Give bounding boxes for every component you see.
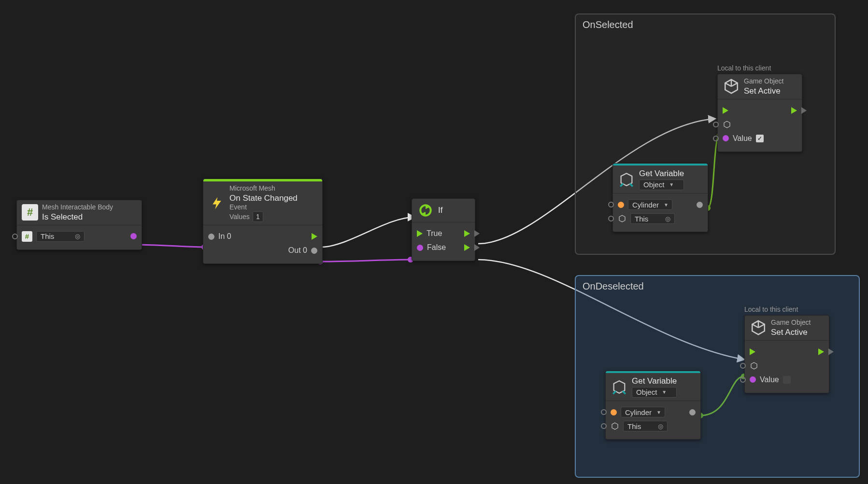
value-port[interactable] xyxy=(740,377,746,383)
input-port[interactable] xyxy=(12,234,18,239)
values-field[interactable]: 1 xyxy=(253,211,263,222)
node-subtitle: Game Object xyxy=(744,77,783,86)
exec-in-arrow-icon[interactable] xyxy=(750,348,755,355)
node-subtitle: Mesh Interactable Body xyxy=(42,203,113,212)
variable-icon xyxy=(611,378,628,396)
value-out-port[interactable] xyxy=(689,409,696,415)
node-category: Microsoft Mesh xyxy=(229,184,298,193)
name-port[interactable] xyxy=(601,409,607,415)
exec-connector-icon[interactable] xyxy=(828,348,834,355)
target-port[interactable] xyxy=(608,216,614,221)
out-port[interactable] xyxy=(311,248,317,254)
value-type-port xyxy=(723,135,729,141)
node-title: Get Variable xyxy=(639,168,684,179)
node-subtitle: Game Object xyxy=(771,318,811,327)
target-field[interactable]: This◎ xyxy=(623,421,668,431)
out-label: Out 0 xyxy=(288,246,307,255)
node-title: Get Variable xyxy=(632,376,677,386)
gameobject-port[interactable] xyxy=(740,363,746,369)
value-port[interactable] xyxy=(713,136,719,141)
variable-name-dropdown[interactable]: Cylinder▼ xyxy=(628,199,672,210)
node-title: Set Active xyxy=(744,86,783,96)
exec-connector-icon[interactable] xyxy=(474,244,480,251)
values-label: Values xyxy=(229,213,250,221)
in-label: In 0 xyxy=(218,232,231,241)
cube-icon xyxy=(723,78,740,95)
name-type-port xyxy=(611,409,617,415)
hash-icon: # xyxy=(22,231,32,242)
node-on-state-changed[interactable]: Microsoft Mesh On State Changed Event Va… xyxy=(203,179,323,264)
target-field[interactable]: This ◎ xyxy=(36,231,85,242)
exec-connector-icon[interactable] xyxy=(474,230,480,237)
value-checkbox[interactable] xyxy=(783,376,791,384)
exec-out-arrow-icon[interactable] xyxy=(312,233,317,240)
exec-connector-icon[interactable] xyxy=(801,107,807,114)
exec-out-arrow-icon[interactable] xyxy=(818,348,824,355)
false-label: False xyxy=(427,243,446,252)
exec-in-arrow-icon[interactable] xyxy=(723,107,728,114)
cube-icon xyxy=(750,319,767,336)
event-label: Event xyxy=(229,203,298,212)
scope-dropdown[interactable]: Object▼ xyxy=(639,180,684,190)
variable-icon xyxy=(618,171,635,188)
variable-name-dropdown[interactable]: Cylinder▼ xyxy=(621,407,665,417)
node-title: Set Active xyxy=(771,327,811,337)
node-title: If xyxy=(438,205,442,215)
gameobject-port[interactable] xyxy=(713,122,719,127)
false-out-arrow-icon[interactable] xyxy=(464,244,470,251)
value-out-port[interactable] xyxy=(697,202,703,208)
hash-icon: # xyxy=(22,204,38,221)
cube-icon xyxy=(618,214,626,223)
in-port[interactable] xyxy=(208,234,214,240)
lightning-icon xyxy=(208,194,226,212)
target-field[interactable]: This◎ xyxy=(630,213,675,224)
scope-dropdown[interactable]: Object▼ xyxy=(632,387,677,398)
local-label: Local to this client xyxy=(717,64,802,72)
target-port[interactable] xyxy=(601,423,607,429)
true-out-arrow-icon[interactable] xyxy=(464,230,470,237)
value-label: Value xyxy=(733,134,752,143)
node-set-active[interactable]: Game Object Set Active Value ✓ xyxy=(717,74,802,152)
cube-icon xyxy=(723,120,731,129)
group-title: OnDeselected xyxy=(583,281,852,292)
branch-icon xyxy=(417,202,434,219)
exec-in-arrow-icon[interactable] xyxy=(417,230,423,237)
value-checkbox[interactable]: ✓ xyxy=(756,135,764,142)
node-title: Is Selected xyxy=(42,212,113,222)
node-if[interactable]: If True False xyxy=(412,198,475,261)
node-title: On State Changed xyxy=(229,193,298,203)
local-label: Local to this client xyxy=(744,305,829,313)
value-label: Value xyxy=(760,375,779,384)
condition-port[interactable] xyxy=(417,245,423,251)
node-is-selected[interactable]: # Mesh Interactable Body Is Selected # T… xyxy=(16,200,142,250)
node-set-active[interactable]: Game Object Set Active Value xyxy=(744,315,829,393)
name-type-port xyxy=(618,202,624,208)
true-label: True xyxy=(427,229,442,238)
cube-icon xyxy=(750,361,758,370)
value-type-port xyxy=(750,376,756,383)
name-port[interactable] xyxy=(608,202,614,207)
node-get-variable[interactable]: Get Variable Object▼ Cylinder▼ This◎ xyxy=(612,163,708,232)
group-title: OnSelected xyxy=(583,19,828,30)
exec-out-arrow-icon[interactable] xyxy=(791,107,797,114)
output-port[interactable] xyxy=(130,233,137,239)
node-get-variable[interactable]: Get Variable Object▼ Cylinder▼ This◎ xyxy=(605,371,701,440)
cube-icon xyxy=(611,422,619,430)
